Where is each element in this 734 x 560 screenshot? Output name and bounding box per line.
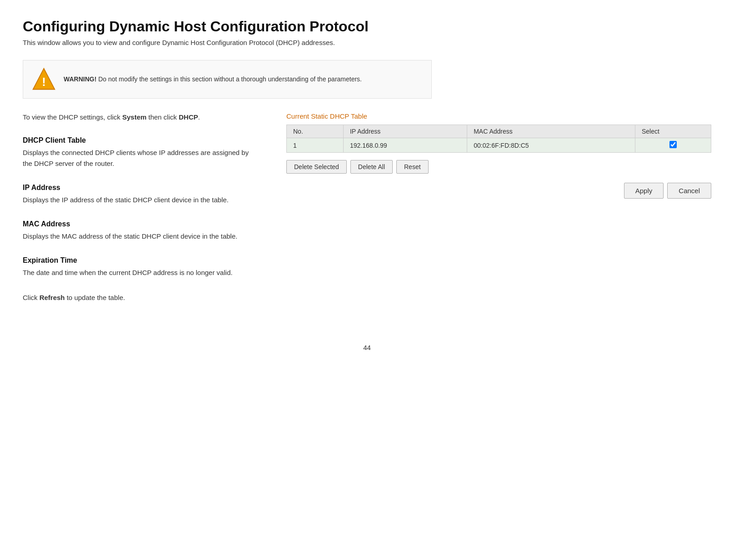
section-desc-dhcp-client-table: Displays the connected DHCP clients whos… [23, 147, 259, 169]
warning-icon: ! [31, 67, 56, 92]
cell-select[interactable] [635, 138, 711, 153]
delete-all-button[interactable]: Delete All [350, 160, 393, 174]
warning-text: WARNING! Do not modify the settings in t… [64, 75, 362, 84]
cancel-button[interactable]: Cancel [667, 183, 711, 199]
table-actions: Delete Selected Delete All Reset [286, 160, 711, 174]
page-title: Configuring Dynamic Host Configuration P… [23, 18, 711, 35]
section-title-mac-address: MAC Address [23, 220, 259, 228]
svg-text:!: ! [42, 75, 46, 88]
section-desc-expiration-time: The date and time when the current DHCP … [23, 267, 259, 278]
table-header-row: No. IP Address MAC Address Select [287, 125, 711, 138]
section-desc-ip-address: Displays the IP address of the static DH… [23, 195, 259, 205]
section-dhcp-client-table: DHCP Client Table Displays the connected… [23, 136, 259, 169]
col-header-select: Select [635, 125, 711, 138]
section-mac-address: MAC Address Displays the MAC address of … [23, 220, 259, 242]
cell-mac: 00:02:6F:FD:8D:C5 [467, 138, 635, 153]
section-title-expiration-time: Expiration Time [23, 256, 259, 265]
table-row: 1 192.168.0.99 00:02:6F:FD:8D:C5 [287, 138, 711, 153]
col-header-ip: IP Address [343, 125, 467, 138]
static-dhcp-table: No. IP Address MAC Address Select 1 192.… [286, 125, 711, 153]
right-panel: Current Static DHCP Table No. IP Address… [286, 112, 711, 199]
apply-button[interactable]: Apply [624, 183, 664, 199]
section-desc-mac-address: Displays the MAC address of the static D… [23, 231, 259, 242]
refresh-note: Click Refresh to update the table. [23, 293, 259, 303]
section-title-dhcp-client-table: DHCP Client Table [23, 136, 259, 145]
intro-text: To view the DHCP settings, click System … [23, 112, 259, 123]
left-panel: To view the DHCP settings, click System … [23, 112, 259, 316]
table-title: Current Static DHCP Table [286, 112, 711, 120]
page-number: 44 [23, 344, 711, 351]
section-expiration-time: Expiration Time The date and time when t… [23, 256, 259, 278]
col-header-mac: MAC Address [467, 125, 635, 138]
cell-no: 1 [287, 138, 344, 153]
cell-ip: 192.168.0.99 [343, 138, 467, 153]
warning-box: ! WARNING! Do not modify the settings in… [23, 60, 432, 99]
delete-selected-button[interactable]: Delete Selected [286, 160, 347, 174]
page-subtitle: This window allows you to view and confi… [23, 39, 711, 46]
row-checkbox[interactable] [669, 141, 677, 148]
reset-button[interactable]: Reset [396, 160, 429, 174]
main-layout: To view the DHCP settings, click System … [23, 112, 711, 316]
section-ip-address: IP Address Displays the IP address of th… [23, 184, 259, 205]
section-title-ip-address: IP Address [23, 184, 259, 192]
apply-cancel-row: Apply Cancel [286, 183, 711, 199]
col-header-no: No. [287, 125, 344, 138]
